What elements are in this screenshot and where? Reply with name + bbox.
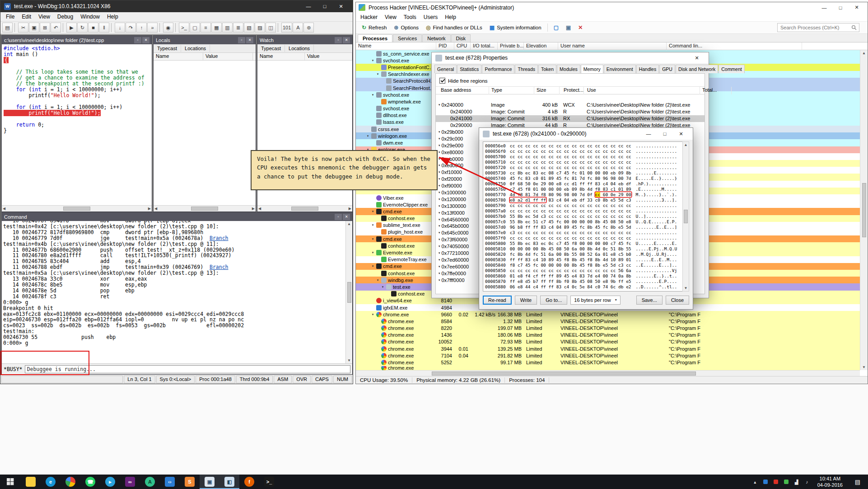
column-header-elevation[interactable]: Elevation xyxy=(524,42,558,50)
process-row[interactable]: chrome.exe8220199.07 MBLimitedVINEEL-DES… xyxy=(356,325,860,332)
locals-window-icon[interactable]: ≡ xyxy=(201,23,211,33)
branch-link[interactable]: Branch xyxy=(210,264,229,270)
close-icon[interactable]: ✕ xyxy=(673,128,689,139)
command-window-icon[interactable]: >_ xyxy=(179,23,189,33)
dock-icon[interactable]: ▫ xyxy=(335,214,342,220)
options-icon[interactable]: ⊛ xyxy=(303,23,314,33)
tab-environment[interactable]: Environment xyxy=(604,65,636,73)
cut-icon[interactable]: ✂ xyxy=(18,23,28,33)
search-input[interactable] xyxy=(777,23,859,32)
save-button[interactable]: Save... xyxy=(636,296,663,305)
column-header-use[interactable]: Use xyxy=(585,87,700,94)
menu-edit[interactable]: Edit xyxy=(18,13,35,21)
step-over-icon[interactable]: ↷ xyxy=(126,23,136,33)
minimize-icon[interactable]: — xyxy=(816,2,832,13)
network-icon[interactable]: ▟ xyxy=(793,478,800,485)
memory-region-row[interactable]: 0x241000Image: Commit316 kBRXC:\Users\vi… xyxy=(436,115,705,122)
process-row[interactable]: chrome.exe39440.01139.25 MBLimitedVINEEL… xyxy=(356,345,860,352)
scroll-right-icon[interactable]: ▶ xyxy=(148,207,151,211)
menu-users[interactable]: Users xyxy=(420,13,441,21)
sublime-icon[interactable]: S xyxy=(180,475,200,489)
scroll-thumb[interactable] xyxy=(191,207,218,211)
column-header-type[interactable]: Type xyxy=(489,87,534,94)
tab-disk-and-network[interactable]: Disk and Network xyxy=(676,65,718,73)
column-header-base-address[interactable]: Base address xyxy=(439,87,489,94)
locals-body[interactable] xyxy=(154,61,256,205)
column-header-user-name[interactable]: User name xyxy=(558,42,667,50)
close-button[interactable]: Close xyxy=(666,296,689,305)
column-header-value[interactable]: Value xyxy=(305,53,352,60)
tab-network[interactable]: Network xyxy=(422,34,450,42)
registers-window-icon[interactable]: ▦ xyxy=(211,23,222,33)
firefox-icon[interactable]: f xyxy=(239,475,259,489)
whatsapp-icon[interactable]: ☎ xyxy=(80,475,100,489)
column-header-command-lin-[interactable]: Command lin... xyxy=(667,42,802,50)
scroll-left-icon[interactable]: ◀ xyxy=(154,207,157,211)
scroll-down-icon[interactable]: ▼ xyxy=(347,358,351,362)
close-icon[interactable]: ✕ xyxy=(343,214,350,220)
menu-view[interactable]: View xyxy=(35,13,54,21)
volume-icon[interactable]: ♪ xyxy=(804,478,810,485)
horizontal-scrollbar[interactable]: ◀▶ xyxy=(2,205,152,212)
process-row[interactable]: chrome.exe1436180.06 MBLimitedVINEEL-DES… xyxy=(356,332,860,339)
locations-button[interactable]: Locations xyxy=(181,45,210,52)
windbg-titlebar[interactable]: W test.exe - WinDbg:10.0.14321.1024 X86 … xyxy=(0,0,353,12)
command-input[interactable] xyxy=(25,365,350,373)
paste-icon[interactable]: ⊞ xyxy=(40,23,50,33)
taskbar-clock[interactable]: 10:41 AM 04-09-2016 xyxy=(814,475,846,489)
hex-view[interactable]: 000056e0cc cc cc cc cc cc cc cc cc cc cc… xyxy=(483,141,683,292)
column-header-name[interactable]: Name xyxy=(356,42,436,50)
process-row[interactable]: ▾chrome.exe96600.021.42 kB/s166.38 MBLim… xyxy=(356,311,860,318)
tab-processes[interactable]: Processes xyxy=(358,34,392,42)
break-icon[interactable]: ‖ xyxy=(99,23,109,33)
scroll-thumb[interactable] xyxy=(291,207,318,211)
tab-services[interactable]: Services xyxy=(393,34,422,42)
menu-window[interactable]: Window xyxy=(77,13,103,21)
memory-region-row[interactable]: ▾0x240000Image400 kBWCXC:\Users\vinee\De… xyxy=(436,102,705,108)
insert-breakpoint-icon[interactable]: ◉ xyxy=(163,23,173,33)
tab-gpu[interactable]: GPU xyxy=(659,65,675,73)
processes-threads-icon[interactable]: ◫ xyxy=(266,23,276,33)
process-row[interactable]: chrome.exe71040.04291.82 MBLimitedVINEEL… xyxy=(356,352,860,359)
tab-statistics[interactable]: Statistics xyxy=(457,65,481,73)
copy-icon[interactable]: ▣ xyxy=(29,23,39,33)
horizontal-scrollbar[interactable]: ◀▶ xyxy=(154,205,256,212)
stop-debugging-icon[interactable]: ■ xyxy=(88,23,98,33)
close-icon[interactable]: ✕ xyxy=(689,52,705,63)
tab-handles[interactable]: Handles xyxy=(636,65,659,73)
memory-dialog-titlebar[interactable]: test.exe (6728) (0x241000 - 0x290000) — … xyxy=(479,128,693,140)
tab-threads[interactable]: Threads xyxy=(515,65,538,73)
watch-window-titlebar[interactable]: Watch ▫ ✕ xyxy=(257,36,352,44)
file-explorer-icon[interactable] xyxy=(21,475,41,489)
tab-comment[interactable]: Comment xyxy=(719,65,745,73)
scroll-up-icon[interactable]: ▲ xyxy=(347,222,351,226)
chrome-icon[interactable] xyxy=(61,475,80,489)
visual-studio-icon[interactable]: ∞ xyxy=(120,475,140,489)
process-row[interactable]: chrome.exe525299.17 MBLimitedVINEEL-DESK… xyxy=(356,359,860,366)
maximize-icon[interactable]: □ xyxy=(317,1,333,12)
cmd-icon[interactable]: >_ xyxy=(259,475,279,489)
menu-help[interactable]: Help xyxy=(441,13,460,21)
tray-chevron-icon[interactable]: ▴ xyxy=(752,478,758,485)
restart-icon[interactable]: ↻ xyxy=(77,23,88,33)
hide-free-regions-checkbox[interactable] xyxy=(439,78,445,84)
action-center-icon[interactable]: ▤ xyxy=(850,475,865,489)
toolbar-extra-icon-2[interactable]: ▣ xyxy=(563,23,574,32)
process-row[interactable]: chrome.exe85841.32 MBLimitedVINEEL-DESKT… xyxy=(356,318,860,324)
tray-app-icon-2[interactable] xyxy=(773,478,779,485)
scroll-up-icon[interactable]: ▲ xyxy=(862,51,866,55)
minimize-icon[interactable]: — xyxy=(640,128,657,139)
memory-window-icon[interactable]: ▥ xyxy=(222,23,233,33)
watch-window-icon[interactable]: ▢ xyxy=(190,23,200,33)
minimize-icon[interactable]: — xyxy=(300,1,317,12)
step-into-icon[interactable]: ↓ xyxy=(115,23,125,33)
system-information-button[interactable]: ▦System information xyxy=(486,23,545,32)
properties-titlebar[interactable]: test.exe (6728) Properties ✕ xyxy=(432,52,709,63)
process-hacker-taskbar-icon[interactable]: ◧ xyxy=(219,475,239,489)
bytes-per-row-select[interactable]: 16 bytes per row▾ xyxy=(570,296,620,305)
vscode-icon[interactable]: ‹› xyxy=(160,475,180,489)
column-header-name[interactable]: Name xyxy=(257,53,305,60)
close-filter-icon[interactable]: ✕ xyxy=(575,23,586,32)
reread-button[interactable]: Re-read xyxy=(483,296,512,305)
column-header-pid[interactable]: PID xyxy=(436,42,454,50)
